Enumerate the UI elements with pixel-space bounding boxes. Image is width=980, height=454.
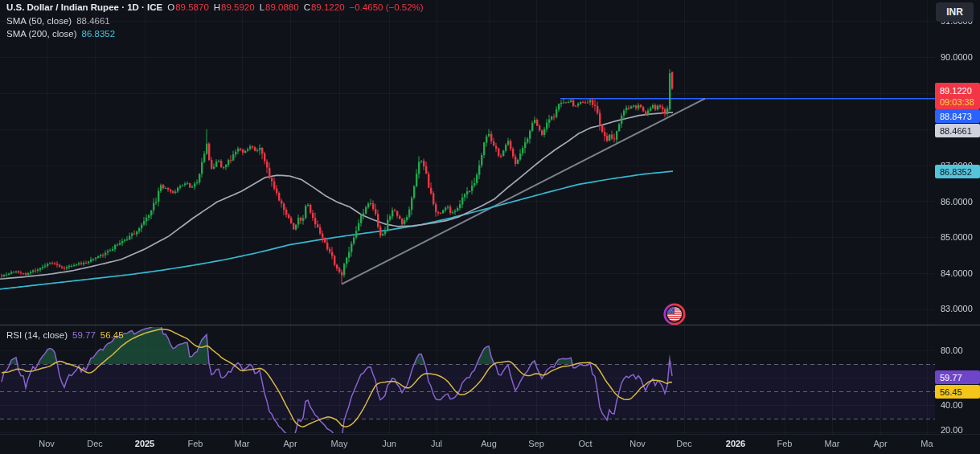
price-axis[interactable]: 91.000090.000087.000086.000085.000084.00… xyxy=(935,0,980,434)
time-axis-month-label: Nov xyxy=(629,439,646,448)
time-axis-month-label: May xyxy=(331,439,348,448)
time-axis-month-label: Sep xyxy=(528,439,544,448)
time-axis-month-label: Aug xyxy=(481,439,497,448)
time-axis-month-label: Nov xyxy=(39,439,55,448)
time-axis[interactable]: NovDec2025FebMarAprMayJunJulAugSepOctNov… xyxy=(0,435,980,454)
ohlc-close: C89.1220 xyxy=(304,2,345,12)
price-axis-label: 90.0000 xyxy=(935,52,980,62)
sma50-legend[interactable]: SMA (50, close) 88.4661 xyxy=(6,16,110,26)
time-axis-month-label: Mar xyxy=(825,439,840,448)
trading-chart-app: U.S. Dollar / Indian Rupee · 1D · ICE O8… xyxy=(0,0,980,454)
time-axis-month-label: Ma xyxy=(921,439,933,448)
rsi-ma-badge: 56.45 xyxy=(935,385,980,399)
sma50-value: 88.4661 xyxy=(76,16,110,26)
time-axis-month-label: Jun xyxy=(382,439,396,448)
time-axis-month-label: Dec xyxy=(676,439,692,448)
symbol-title[interactable]: U.S. Dollar / Indian Rupee · 1D · ICE xyxy=(6,2,162,12)
time-axis-month-label: Oct xyxy=(578,439,592,448)
rsi-label: RSI (14, close) xyxy=(6,330,68,340)
rsi-ma-value: 56.45 xyxy=(100,330,124,340)
sma50-label: SMA (50, close) xyxy=(6,16,72,26)
us-flag-event-icon[interactable] xyxy=(662,302,687,326)
pane-separator[interactable] xyxy=(0,325,980,325)
time-axis-year-label: 2026 xyxy=(726,439,745,448)
time-axis-month-label: Apr xyxy=(873,439,887,448)
time-axis-year-label: 2025 xyxy=(135,439,154,448)
time-axis-month-label: Dec xyxy=(87,439,103,448)
sma50-price-badge: 88.4661 xyxy=(935,124,980,137)
ohlc-open: O89.5870 xyxy=(167,2,209,12)
currency-button[interactable]: INR xyxy=(936,2,974,22)
sma200-label: SMA (200, close) xyxy=(6,29,77,39)
price-axis-label: 83.0000 xyxy=(935,304,980,313)
hline-price-badge: 88.8473 xyxy=(935,109,980,123)
time-axis-month-label: Jul xyxy=(431,439,442,448)
sma200-price-badge: 86.8352 xyxy=(935,165,980,178)
sma200-legend[interactable]: SMA (200, close) 86.8352 xyxy=(6,29,115,39)
ohlc-low: L89.0880 xyxy=(260,2,299,12)
time-axis-month-label: Apr xyxy=(283,439,297,448)
time-axis-month-label: Feb xyxy=(777,439,793,448)
price-axis-label: 86.0000 xyxy=(935,197,980,207)
rsi-value-badge: 59.77 xyxy=(935,370,980,384)
change-value: −0.4650 (−0.52%) xyxy=(350,2,424,12)
rsi-legend[interactable]: RSI (14, close) 59.77 56.45 xyxy=(6,330,124,340)
symbol-legend[interactable]: U.S. Dollar / Indian Rupee · 1D · ICE O8… xyxy=(6,2,424,12)
chart-canvas[interactable] xyxy=(0,0,980,454)
sma200-value: 86.8352 xyxy=(82,29,116,39)
rsi-value: 59.77 xyxy=(72,330,96,340)
rsi-axis-label: 40.00 xyxy=(935,400,980,410)
rsi-axis-label: 80.00 xyxy=(935,346,980,355)
rsi-axis-label: 20.00 xyxy=(935,425,980,435)
ohlc-high: H89.5920 xyxy=(214,2,255,12)
time-axis-month-label: Mar xyxy=(235,439,250,448)
time-axis-month-label: Feb xyxy=(188,439,203,448)
price-axis-label: 84.0000 xyxy=(935,268,980,278)
last-price-badge: 89.122009:03:38 xyxy=(935,83,980,109)
price-axis-label: 85.0000 xyxy=(935,232,980,242)
